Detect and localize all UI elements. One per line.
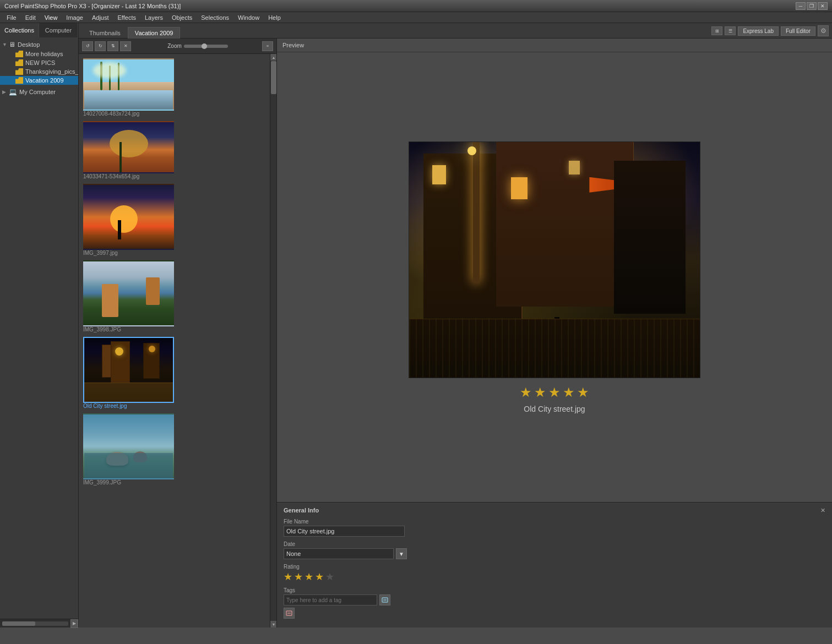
preview-stars[interactable]: ★ ★ ★ ★ ★ xyxy=(520,385,589,400)
folder-icon xyxy=(15,51,23,57)
zoom-control: Zoom xyxy=(165,43,228,49)
left-panel: Collections Computer ▼ 🖥 Desktop More ho… xyxy=(0,23,79,627)
rock-formation xyxy=(102,284,118,317)
minimize-button[interactable]: ─ xyxy=(796,2,806,10)
menu-layers[interactable]: Layers xyxy=(140,13,167,22)
zoom-thumb-handle[interactable] xyxy=(202,43,207,49)
thumb-item-2[interactable]: IMG_3997.jpg xyxy=(83,184,269,256)
expand-panel-btn[interactable]: » xyxy=(262,41,273,51)
close-button[interactable]: ✕ xyxy=(818,2,828,10)
tab-actions: ⊞ ☰ Express Lab Full Editor ⚙ xyxy=(711,25,829,38)
tab-vacation-2009[interactable]: Vacation 2009 xyxy=(128,27,181,39)
info-tag-row-1 xyxy=(284,594,825,605)
scroll-up-btn[interactable]: ▲ xyxy=(270,54,276,61)
thumb-item-4[interactable]: Old City street.jpg xyxy=(83,337,269,409)
star-1[interactable]: ★ xyxy=(520,385,532,400)
info-input-filename[interactable] xyxy=(284,526,405,537)
info-title: General Info xyxy=(284,507,319,514)
delete-btn[interactable]: ✕ xyxy=(120,41,131,51)
tab-computer[interactable]: Computer xyxy=(39,23,78,37)
restore-button[interactable]: ❐ xyxy=(807,2,817,10)
titlebar: Corel PaintShop Photo Pro X3 - [Organize… xyxy=(0,0,832,12)
menu-window[interactable]: Window xyxy=(233,13,264,22)
info-panel: General Info ✕ File Name Date ▼ xyxy=(277,502,832,627)
tag-add-icon xyxy=(382,597,388,603)
scroll-thumb xyxy=(2,621,35,626)
express-lab-btn[interactable]: Express Lab xyxy=(738,26,779,36)
star-3[interactable]: ★ xyxy=(548,385,561,400)
scroll-thumb-bar[interactable] xyxy=(271,61,276,94)
tree-item-my-computer[interactable]: ▶ 💻 My Computer xyxy=(0,87,78,97)
street xyxy=(84,383,173,402)
menu-selections[interactable]: Selections xyxy=(197,13,233,22)
thumb-item-1[interactable]: 14033471-534x654.jpg xyxy=(83,121,269,179)
flip-btn[interactable]: ⇅ xyxy=(107,41,118,51)
preview-panel: Preview xyxy=(277,39,832,502)
menu-help[interactable]: Help xyxy=(264,13,285,22)
menu-objects[interactable]: Objects xyxy=(167,13,197,22)
info-label-date: Date xyxy=(284,541,825,547)
content-area: ↺ ↻ ⇅ ✕ Zoom » xyxy=(79,39,832,627)
tree-item-vacation-2009[interactable]: Vacation 2009 xyxy=(0,76,78,85)
menu-adjust[interactable]: Adjust xyxy=(88,13,113,22)
info-tag-input[interactable] xyxy=(284,594,377,605)
main-preview-image[interactable] xyxy=(409,141,700,378)
rock-2 xyxy=(146,277,160,305)
tree-item-desktop[interactable]: ▼ 🖥 Desktop xyxy=(0,40,78,50)
thumb-item-0[interactable]: 14027008-483x724.jpg xyxy=(83,58,269,117)
sunset-sun xyxy=(110,130,148,157)
scroll-right-btn[interactable]: ▶ xyxy=(70,619,78,628)
star-5[interactable]: ★ xyxy=(577,385,589,400)
info-tag-add-btn[interactable] xyxy=(379,594,390,605)
full-editor-btn[interactable]: Full Editor xyxy=(781,26,815,36)
thumb-label-5: IMG_3999.JPG xyxy=(83,479,269,485)
info-star-1[interactable]: ★ xyxy=(284,571,292,583)
info-star-5[interactable]: ★ xyxy=(325,571,334,583)
menu-edit[interactable]: Edit xyxy=(21,13,40,22)
info-date-row: ▼ xyxy=(284,548,825,559)
silhouette xyxy=(118,220,121,239)
rotate-right-btn[interactable]: ↻ xyxy=(95,41,106,51)
thumb-item-3[interactable]: IMG_3998.JPG xyxy=(83,260,269,332)
tab-collections[interactable]: Collections xyxy=(0,23,39,37)
menu-effects[interactable]: Effects xyxy=(113,13,140,22)
zoom-slider[interactable] xyxy=(184,45,228,48)
preview-filename: Old City street.jpg xyxy=(524,405,585,413)
menu-file[interactable]: File xyxy=(2,13,21,22)
info-star-2[interactable]: ★ xyxy=(294,571,303,583)
scroll-down-btn[interactable]: ▼ xyxy=(270,621,276,627)
tree-item-more-holidays[interactable]: More holidays xyxy=(0,50,78,58)
thumb-item-5[interactable]: IMG_3999.JPG xyxy=(83,413,269,485)
info-star-4[interactable]: ★ xyxy=(315,571,324,583)
list-view-btn[interactable]: ☰ xyxy=(725,26,736,35)
tree-label-more-holidays: More holidays xyxy=(25,51,63,57)
thumb-scrollbar[interactable]: ▲ ▼ xyxy=(270,54,276,627)
thumb-label-4: Old City street.jpg xyxy=(83,403,269,409)
thumb-scroll-container: 14027008-483x724.jpg 14033471-534x654.jp… xyxy=(79,54,276,627)
info-input-date[interactable] xyxy=(284,548,394,559)
info-star-3[interactable]: ★ xyxy=(304,571,313,583)
window-light-2 xyxy=(511,177,528,199)
rotate-left-btn[interactable]: ↺ xyxy=(82,41,93,51)
star-2[interactable]: ★ xyxy=(534,385,546,400)
tree-label-vacation-2009: Vacation 2009 xyxy=(25,77,64,84)
sun xyxy=(93,62,126,79)
grid-view-btn[interactable]: ⊞ xyxy=(711,26,722,35)
left-scrollbar[interactable]: ▶ xyxy=(0,619,78,627)
info-tag-row-2 xyxy=(284,608,825,619)
thumb-tools: ↺ ↻ ⇅ ✕ xyxy=(82,41,131,51)
info-date-picker-btn[interactable]: ▼ xyxy=(396,548,407,559)
tree-label-new-pics: NEW PICS xyxy=(25,59,55,66)
menu-image[interactable]: Image xyxy=(62,13,88,22)
menu-view[interactable]: View xyxy=(40,13,62,22)
info-close-btn[interactable]: ✕ xyxy=(820,507,825,514)
silhouette-person xyxy=(119,142,122,172)
tree-item-new-pics[interactable]: NEW PICS xyxy=(0,58,78,67)
settings-btn[interactable]: ⚙ xyxy=(818,25,829,36)
tab-thumbnails[interactable]: Thumbnails xyxy=(82,27,128,39)
star-4[interactable]: ★ xyxy=(563,385,575,400)
right-panel: Thumbnails Vacation 2009 ⊞ ☰ Express Lab… xyxy=(79,23,832,627)
expand-icon-6: ▶ xyxy=(2,89,8,95)
info-tag-remove-btn[interactable] xyxy=(284,608,295,619)
tree-item-thanksgiving[interactable]: Thanksgiving_pics_0... xyxy=(0,67,78,76)
